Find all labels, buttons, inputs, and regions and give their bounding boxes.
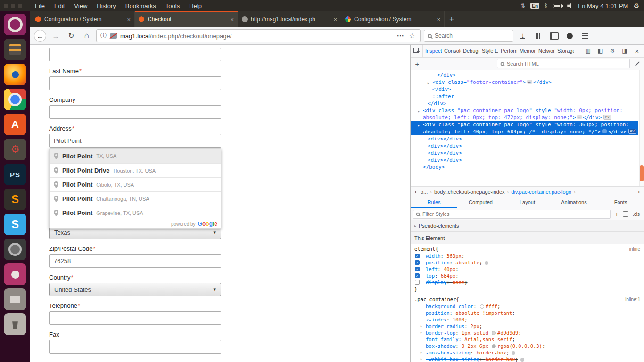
country-select[interactable]: United States (49, 283, 221, 296)
devtools-tab[interactable]: Style Editor (479, 45, 498, 57)
breadcrumb-item[interactable]: body..checkout-onepage-index (433, 189, 506, 195)
breadcrumb-scroll-right-icon[interactable] (636, 188, 642, 195)
search-bar[interactable] (424, 30, 513, 42)
breadcrumb-item[interactable]: o... (419, 189, 429, 195)
menu-item[interactable]: Edit (50, 2, 69, 9)
scrollbar-thumb[interactable] (640, 165, 644, 181)
system-settings-icon[interactable] (4, 139, 26, 160)
sublime-text-icon[interactable] (4, 189, 26, 210)
ubuntu-software-icon[interactable] (4, 114, 26, 135)
screenshots-icon[interactable] (563, 30, 576, 42)
devtools-search-input[interactable] (507, 61, 627, 66)
tab-close-icon[interactable] (127, 16, 131, 23)
responsive-mode-icon[interactable] (583, 46, 593, 56)
screenshot-tool-icon[interactable] (4, 239, 26, 260)
devtools-tab[interactable]: Network (536, 45, 555, 57)
new-tab-button[interactable] (445, 11, 459, 27)
devtools-tab[interactable]: Inspector (423, 45, 442, 57)
home-button[interactable] (81, 30, 93, 42)
devtools-settings-icon[interactable] (607, 46, 618, 56)
css-rules-view[interactable]: element {inline✓width: 363px;✓position: … (411, 244, 644, 362)
sidebar-tab[interactable]: Layout (504, 197, 551, 208)
media-player-icon[interactable] (4, 263, 26, 285)
scrollbar[interactable] (639, 70, 644, 186)
battery-icon[interactable] (553, 4, 562, 8)
forward-button[interactable] (50, 30, 62, 42)
add-rule-icon[interactable] (613, 210, 620, 218)
reload-button[interactable] (65, 30, 77, 42)
dock-bottom-icon[interactable] (619, 46, 630, 56)
menu-item[interactable]: File (30, 2, 50, 9)
system-clock[interactable]: Fri May 4 1:01 PM (578, 2, 628, 9)
search-input[interactable] (435, 33, 510, 39)
autocomplete-suggestion[interactable]: Pilot Point TX, USA (50, 149, 221, 163)
menu-item[interactable]: Help (184, 2, 206, 9)
dock-side-icon[interactable] (595, 46, 605, 56)
keyboard-layout-indicator[interactable]: En (530, 3, 539, 9)
menu-item[interactable]: Bookmarks (121, 2, 161, 9)
window-controls[interactable] (0, 4, 30, 8)
expand-icon[interactable] (414, 224, 416, 228)
devtools-tab[interactable]: Storage (555, 45, 574, 57)
tab-configuration-system-2[interactable]: Configuration / System (341, 11, 445, 27)
chromium-icon[interactable] (4, 89, 26, 110)
zip-input[interactable] (49, 254, 221, 268)
archive-manager-icon[interactable] (4, 288, 26, 310)
autocomplete-suggestion[interactable]: Pilot Point Cibolo, TX, USA (50, 177, 221, 191)
devtools-search-box[interactable] (497, 59, 630, 68)
library-icon[interactable] (532, 30, 545, 42)
blocked-permission-icon[interactable] (110, 33, 117, 39)
breadcrumb-scroll-left-icon[interactable] (413, 188, 419, 195)
tab-mag1-local[interactable]: http://mag1.local/index.ph (238, 11, 341, 27)
devtools-tab[interactable]: Debugger (461, 45, 479, 57)
file-cabinet-icon[interactable] (4, 39, 26, 60)
tab-close-icon[interactable] (230, 16, 234, 23)
tab-configuration-system-1[interactable]: Configuration / System (32, 11, 135, 27)
filter-styles-box[interactable] (413, 210, 611, 219)
telephone-input[interactable] (49, 311, 221, 325)
first-name-input[interactable] (49, 48, 221, 61)
breadcrumb-item[interactable]: div.pac-container.pac-logo (510, 189, 573, 195)
pseudo-class-panel-icon[interactable] (623, 211, 628, 217)
back-button[interactable] (34, 30, 46, 42)
hamburger-menu-icon[interactable] (579, 30, 591, 42)
url-bar[interactable]: mag1.local/index.php/checkout/onepage/ (96, 29, 421, 42)
bluetooth-icon[interactable]: ᛒ (545, 2, 548, 9)
photoshop-icon[interactable] (4, 164, 26, 185)
class-panel-toggle[interactable]: .cls (631, 212, 642, 217)
bookmark-star-icon[interactable] (408, 30, 416, 42)
sidebar-tab[interactable]: Animations (551, 197, 597, 208)
volume-icon[interactable] (567, 3, 573, 8)
window-maximize-icon[interactable] (18, 4, 22, 8)
menu-item[interactable]: Tools (161, 2, 184, 9)
autocomplete-suggestion[interactable]: Pilot Point Grapevine, TX, USA (50, 206, 221, 220)
menu-item[interactable]: View (69, 2, 92, 9)
autocomplete-suggestion[interactable]: Pilot Point Chattanooga, TN, USA (50, 191, 221, 206)
session-gear-icon[interactable] (633, 2, 639, 9)
ubuntu-dash-icon[interactable] (4, 14, 26, 35)
devtools-tab[interactable]: Performance (498, 45, 517, 57)
pseudo-elements-section[interactable]: Pseudo-elements (411, 220, 644, 232)
address-input[interactable] (49, 134, 221, 148)
sidebar-tab[interactable]: Rules (411, 197, 457, 208)
menu-item[interactable]: History (92, 2, 120, 9)
site-info-icon[interactable] (100, 32, 107, 40)
window-close-icon[interactable] (4, 4, 8, 8)
tab-close-icon[interactable] (333, 16, 337, 23)
pick-element-icon[interactable] (411, 45, 423, 57)
last-name-input[interactable] (49, 76, 221, 90)
devtools-tab[interactable]: Console (442, 45, 461, 57)
downloads-icon[interactable] (517, 30, 529, 42)
fax-input[interactable] (49, 340, 221, 354)
trash-icon[interactable] (4, 313, 26, 335)
window-minimize-icon[interactable] (11, 4, 15, 8)
company-input[interactable] (49, 105, 221, 119)
skype-icon[interactable] (4, 214, 26, 235)
sidebar-toggle-icon[interactable] (548, 30, 560, 42)
devtools-close-icon[interactable] (632, 46, 642, 56)
eyedropper-icon[interactable] (633, 59, 642, 68)
page-actions-icon[interactable] (396, 30, 405, 42)
network-arrows-icon[interactable]: ⇅ (520, 2, 525, 9)
filter-styles-input[interactable] (422, 211, 608, 217)
firefox-icon[interactable] (4, 64, 26, 85)
